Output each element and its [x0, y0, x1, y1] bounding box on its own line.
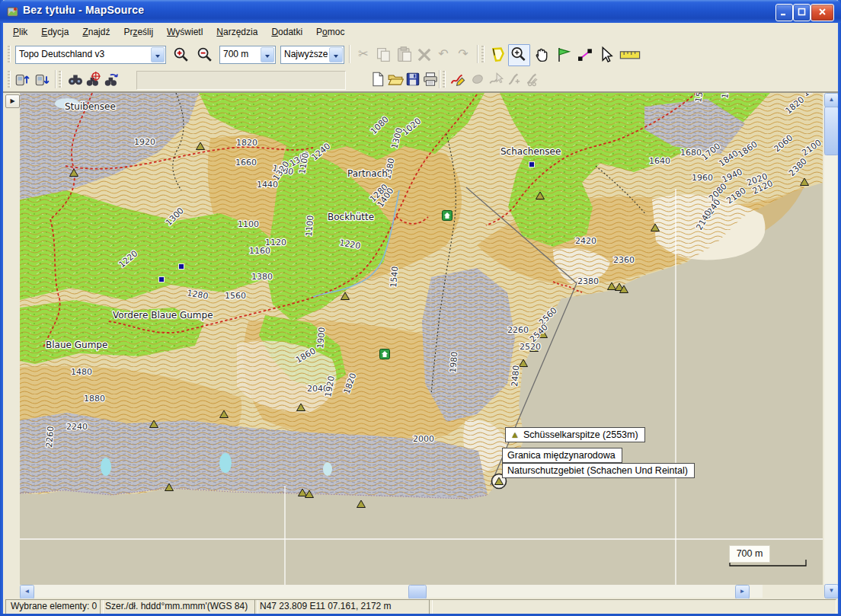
map-select-tool-button[interactable]	[489, 46, 507, 64]
open-button[interactable]	[387, 71, 404, 88]
toolbar-separator	[55, 70, 56, 88]
elevation-label: 2260	[507, 325, 529, 335]
h-scrollbar-thumb[interactable]	[408, 585, 427, 599]
status-empty-field	[429, 599, 836, 615]
place-label: Stuibensee	[65, 101, 116, 112]
status-bar: Wybrane elementy: 0 Szer./dł. hddd°mm.mm…	[3, 598, 838, 614]
pan-tool-button[interactable]	[532, 46, 551, 64]
select-track-button[interactable]	[488, 71, 504, 88]
divide-track-button[interactable]	[524, 71, 541, 88]
window-border	[838, 0, 841, 616]
v-scrollbar-thumb[interactable]	[824, 107, 839, 155]
toolbar-separator	[477, 45, 478, 63]
toolbar-separator	[439, 70, 440, 88]
toolbar-grip[interactable]	[8, 71, 11, 88]
scroll-right-icon[interactable]: ►	[735, 585, 750, 599]
print-button[interactable]	[422, 71, 439, 88]
collapsed-panel-strip: ▶	[3, 93, 20, 598]
join-track-button[interactable]	[506, 71, 523, 88]
chevron-down-icon[interactable]	[261, 47, 274, 62]
cursor-position-status: N47 23.809 E11 07.161, 2172 m	[254, 599, 433, 615]
elevation-label: 1380	[251, 272, 273, 282]
elevation-label: 1980	[448, 351, 459, 373]
receive-from-device-button[interactable]	[34, 71, 50, 88]
delete-button[interactable]	[415, 46, 433, 64]
scroll-left-icon[interactable]: ◄	[20, 585, 34, 599]
selection-tool-button[interactable]	[597, 46, 616, 64]
title-bar[interactable]: Bez tytułu - MapSource	[0, 0, 841, 23]
elevation-label: 2000	[413, 434, 434, 444]
toolbar-grip[interactable]	[8, 46, 11, 62]
menu-item[interactable]: Pomoc	[309, 24, 351, 40]
find-recent-button[interactable]	[104, 71, 120, 88]
poi-square-icon	[529, 162, 535, 168]
zoom-scale-value: 700 m	[223, 49, 248, 59]
v-scrollbar[interactable]: ▲ ▼	[824, 93, 837, 598]
chevron-down-icon[interactable]	[329, 47, 343, 62]
menu-bar: PlikEdycjaZnajdźPrześlijWyświetlNarzędzi…	[3, 23, 838, 42]
menu-item[interactable]: Prześlij	[117, 24, 160, 40]
zoom-in-button[interactable]	[172, 46, 190, 64]
draw-track-button[interactable]	[449, 71, 466, 88]
scale-bar-label: 700 m	[729, 545, 770, 563]
expand-panel-button[interactable]: ▶	[5, 94, 20, 108]
zoom-out-button[interactable]	[196, 46, 214, 64]
elevation-label: 1660	[235, 158, 257, 168]
menu-item[interactable]: Dodatki	[264, 24, 309, 40]
place-label: Partnach	[347, 168, 388, 179]
menu-item[interactable]: Narzędzia	[209, 24, 264, 40]
toolbar-secondary	[3, 67, 838, 91]
poi-square-icon	[159, 277, 165, 282]
copy-button[interactable]	[375, 46, 393, 64]
h-scrollbar[interactable]: ◄ ►	[20, 585, 763, 598]
hut-icon	[443, 211, 452, 221]
menu-item[interactable]: Plik	[6, 24, 34, 40]
cut-button[interactable]: ✂	[354, 46, 373, 64]
zoom-scale-combobox[interactable]: 700 m	[219, 46, 276, 64]
menu-item[interactable]: Edycja	[34, 24, 75, 40]
elevation-label: 2420	[575, 236, 596, 246]
detail-level-value: Najwyższe	[284, 49, 328, 59]
close-button[interactable]	[811, 4, 834, 21]
elevation-label: 1100	[304, 215, 315, 237]
elevation-label: 1100	[238, 219, 259, 229]
place-label: Bockhütte	[328, 212, 374, 222]
waypoint-tool-button[interactable]	[555, 46, 573, 64]
maximize-button[interactable]	[793, 4, 811, 21]
elevation-label: 2240	[66, 422, 88, 432]
toolbar-grip[interactable]	[59, 71, 62, 88]
place-label: Vordere Blaue Gumpe	[113, 310, 213, 321]
map-product-combobox[interactable]: Topo Deutschland v3	[15, 46, 166, 64]
elevation-label: 1440	[257, 180, 278, 190]
topo-map[interactable]: 1920182016601580144013201340124011001020…	[20, 93, 823, 585]
new-button[interactable]	[369, 71, 386, 88]
save-button[interactable]	[405, 71, 421, 88]
selected-elements-status: Wybrane elementy: 0	[5, 599, 104, 615]
send-to-device-button[interactable]	[14, 71, 30, 88]
elevation-label: 2480	[510, 365, 521, 387]
scroll-down-icon[interactable]: ▼	[824, 584, 839, 598]
menu-item[interactable]: Znajdź	[75, 24, 117, 40]
minimize-button[interactable]	[775, 4, 793, 21]
find-button[interactable]	[67, 71, 84, 88]
hut-icon	[380, 349, 390, 359]
measure-tool-button[interactable]	[619, 46, 641, 64]
menu-item[interactable]: Wyświetl	[160, 24, 209, 40]
mapsource-window: Bez tytułu - MapSource PlikEdycjaZnajdźP…	[0, 0, 841, 616]
chevron-down-icon[interactable]	[151, 47, 165, 62]
find-nearest-button[interactable]	[85, 71, 102, 88]
route-tool-button[interactable]	[576, 46, 594, 64]
place-label: Schachensee	[500, 146, 561, 157]
elevation-label: 1960	[692, 173, 713, 183]
paste-button[interactable]	[395, 46, 414, 64]
position-format-status: Szer./dł. hddd°mm.mmm'(WGS 84)	[100, 599, 258, 615]
erase-track-button[interactable]	[469, 71, 486, 88]
redo-button[interactable]: ↷	[454, 46, 472, 64]
detail-level-combobox[interactable]: Najwyższe	[280, 46, 344, 64]
toolbar-grip[interactable]	[443, 71, 446, 88]
undo-button[interactable]: ↶	[434, 46, 452, 64]
zoom-tool-button[interactable]	[508, 44, 530, 66]
toolbar-grip[interactable]	[481, 46, 484, 62]
map-canvas[interactable]: 1920182016601580144013201340124011001020…	[20, 93, 823, 585]
scroll-up-icon[interactable]: ▲	[824, 93, 839, 107]
